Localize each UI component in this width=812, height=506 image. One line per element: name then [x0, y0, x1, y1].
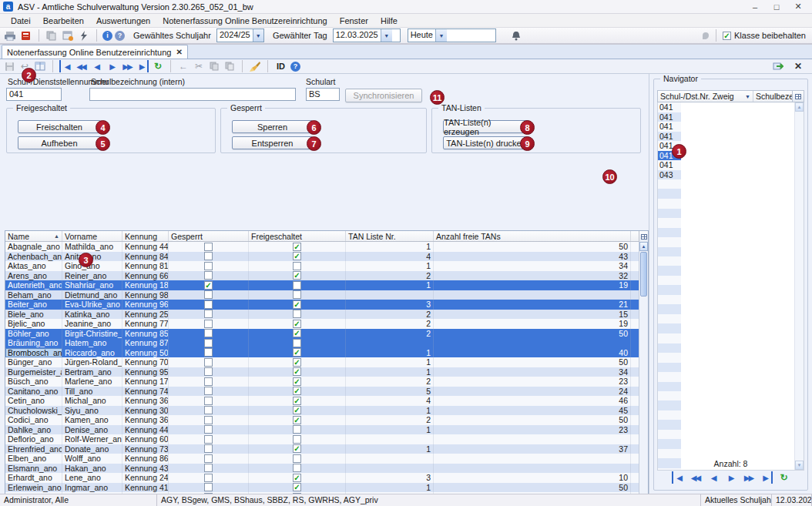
freigeschaltet-checkbox[interactable]	[293, 262, 301, 270]
window-module-icon[interactable]	[61, 28, 75, 42]
column-header-freigeschaltet[interactable]: Freigeschaltet	[249, 231, 346, 241]
chevron-down-icon[interactable]: ▼	[435, 29, 447, 42]
back-arrow-icon[interactable]: ←	[177, 60, 190, 72]
gesperrt-checkbox[interactable]	[204, 252, 213, 260]
navigator-row[interactable]: 043	[658, 170, 804, 180]
nav-forward-icon[interactable]: ▶	[106, 60, 118, 72]
nav-back-icon[interactable]: ◀	[90, 60, 102, 72]
scroll-thumb[interactable]	[640, 252, 647, 297]
aufheben-button[interactable]: Aufheben	[18, 136, 101, 149]
table-row[interactable]: Dahlke_ano Denise_ano Kennung 4431... 1 …	[5, 425, 648, 435]
menu-item[interactable]: Hilfe	[374, 14, 404, 27]
broom-icon[interactable]	[249, 60, 261, 72]
id-button[interactable]: ID	[274, 60, 287, 72]
bell-icon[interactable]	[509, 28, 523, 42]
gesperrt-checkbox[interactable]	[204, 281, 213, 290]
table-row[interactable]: Bjelic_ano Jeanine_ano Kennung 7793... 2…	[5, 319, 648, 329]
freigeschaltet-checkbox[interactable]	[293, 425, 301, 434]
navigator-column-schulnummer[interactable]: Schul-/Dst.Nr. Zweig▼	[658, 91, 753, 102]
table-settings-icon[interactable]	[34, 60, 46, 72]
save-icon[interactable]	[3, 60, 15, 72]
nav-first-icon[interactable]: ◀	[59, 60, 72, 72]
freigeschaltet-checkbox[interactable]	[293, 444, 301, 453]
navigator-row[interactable]: 041	[658, 160, 804, 170]
freigeschaltet-checkbox[interactable]	[293, 435, 301, 444]
gesperrt-checkbox[interactable]	[204, 329, 213, 337]
chevron-down-icon[interactable]: ▼	[381, 29, 392, 42]
table-row[interactable]: Aktas_ano Gino_ano Kennung 8124... 1 34	[5, 261, 648, 271]
freigeschaltet-checkbox[interactable]	[293, 271, 301, 280]
range-select[interactable]: Heute ▼	[408, 28, 496, 42]
table-row[interactable]: Bräuning_ano Hatem_ano Kennung 8705...	[5, 338, 648, 348]
table-row[interactable]: Erlenwein_ano Ingmar_ano Kennung 4104...…	[5, 483, 648, 493]
gesperrt-checkbox[interactable]	[204, 243, 213, 251]
sperren-button[interactable]: Sperren	[232, 120, 313, 133]
print-icon[interactable]	[3, 28, 17, 42]
chevron-down-icon[interactable]: ▼	[253, 29, 263, 42]
gesperrt-checkbox[interactable]	[204, 406, 213, 414]
freigeschaltet-checkbox[interactable]	[293, 416, 301, 424]
navigator-row[interactable]: 041	[658, 132, 804, 142]
gesperrt-checkbox[interactable]	[204, 483, 213, 491]
gesperrt-checkbox[interactable]	[204, 454, 213, 463]
freigeschaltet-checkbox[interactable]	[293, 300, 301, 309]
schulbezeichnung-field[interactable]	[89, 88, 296, 101]
freigeschaltet-checkbox[interactable]	[293, 329, 301, 337]
table-row[interactable]: Erhardt_ano Lene_ano Kennung 2415... 3 1…	[5, 473, 648, 483]
table-row[interactable]: Biele_ano Katinka_ano Kennung 2528... 2 …	[5, 310, 648, 320]
table-row[interactable]: Beiter_ano Eva-Ulrike_ano Kennung 9655..…	[5, 300, 648, 310]
table-row[interactable]: Böhler_ano Birgit-Christine_ano Kennung …	[5, 329, 648, 339]
gesperrt-checkbox[interactable]	[204, 397, 213, 405]
freigeschaltet-checkbox[interactable]	[293, 320, 301, 328]
column-header-tan[interactable]: TAN Liste Nr.	[346, 231, 434, 241]
navigator-row[interactable]: 041	[658, 122, 804, 132]
scroll-up-icon[interactable]: ▲	[795, 102, 804, 112]
nav-forward-icon[interactable]: ▶	[725, 471, 737, 484]
freigeschaltet-checkbox[interactable]	[293, 406, 301, 414]
column-header-kennung[interactable]: Kennung	[122, 231, 169, 241]
freigeschaltet-checkbox[interactable]	[293, 367, 301, 376]
navigator-column-picker[interactable]	[792, 91, 804, 102]
cut-icon[interactable]: ✂	[193, 60, 205, 72]
gesperrt-checkbox[interactable]	[204, 320, 213, 328]
lightning-icon[interactable]	[77, 28, 91, 42]
table-row[interactable]: Arens_ano Reiner_ano Kennung 6673... 2 3…	[5, 271, 648, 281]
gesperrt-checkbox[interactable]	[204, 444, 213, 453]
nav-last-icon[interactable]: ▶	[760, 471, 773, 484]
table-row[interactable]: Burgemeister_ano Bertram_ano Kennung 952…	[5, 367, 648, 377]
info-icon[interactable]: i	[102, 31, 112, 41]
report-book-icon[interactable]	[19, 28, 33, 42]
maximize-button[interactable]: □	[766, 1, 787, 13]
table-row[interactable]: Bünger_ano Jürgen-Roland_ano Kennung 706…	[5, 357, 648, 367]
freigeschaltet-checkbox[interactable]	[293, 252, 301, 260]
menu-item[interactable]: Datei	[5, 14, 37, 27]
nav-fast-forward-icon[interactable]: ▶▶	[743, 471, 755, 484]
nav-first-icon[interactable]: ◀	[672, 471, 684, 484]
column-header-vorname[interactable]: Vorname	[62, 231, 122, 241]
nav-fast-back-icon[interactable]: ◀◀	[690, 471, 702, 484]
gesperrt-checkbox[interactable]	[204, 425, 213, 434]
column-picker-button[interactable]	[639, 231, 648, 242]
column-header-gesperrt[interactable]: Gesperrt	[169, 231, 249, 241]
freigeschaltet-checkbox[interactable]	[293, 339, 301, 347]
menu-item[interactable]: Bearbeiten	[37, 14, 90, 27]
navigator-scrollbar[interactable]: ▲ ▼	[794, 102, 804, 470]
gesperrt-checkbox[interactable]	[204, 300, 213, 309]
tag-select[interactable]: 12.03.2025 ▼	[333, 28, 401, 42]
tab-close-icon[interactable]: ✕	[176, 48, 182, 56]
gesperrt-checkbox[interactable]	[204, 348, 213, 357]
schuljahr-select[interactable]: 2024/25 ▼	[216, 28, 264, 42]
entsperren-button[interactable]: Entsperren	[232, 136, 313, 149]
gesperrt-checkbox[interactable]	[204, 474, 213, 482]
table-row[interactable]: Elben_ano Wolff_ano Kennung 8686...	[5, 454, 648, 464]
gesperrt-checkbox[interactable]	[204, 358, 213, 367]
module-help-icon[interactable]: ?	[290, 62, 300, 72]
klasse-beibehalten-toggle[interactable]: Klasse beibehalten	[720, 31, 809, 40]
table-row[interactable]: Elsmann_ano Hakan_ano Kennung 4373...	[5, 464, 648, 474]
navigator-row[interactable]: 041	[658, 102, 804, 112]
tab-notenerfassung[interactable]: Notenerfassung Online Benutzereinrichtun…	[2, 45, 188, 59]
close-button[interactable]: ✕	[787, 1, 809, 13]
tan-erzeugen-button[interactable]: TAN-Liste(n) erzeugen	[443, 120, 529, 133]
gesperrt-checkbox[interactable]	[204, 310, 213, 318]
freigeschaltet-checkbox[interactable]	[293, 290, 301, 299]
